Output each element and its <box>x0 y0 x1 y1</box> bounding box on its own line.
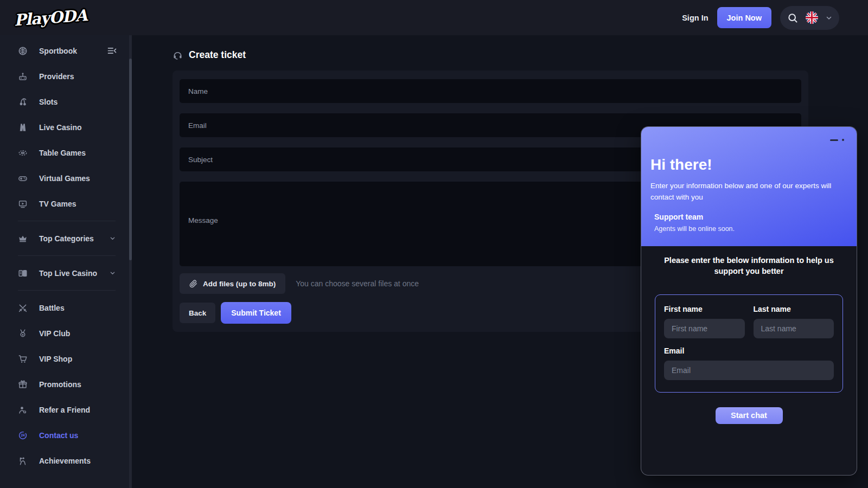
chat-widget-body: Please enter the below information to he… <box>641 246 857 424</box>
last-name-field[interactable] <box>754 319 834 338</box>
chat-description: Enter your information below and one of … <box>650 181 837 203</box>
last-name-label: Last name <box>754 305 834 313</box>
sidebar-item-label: Refer a Friend <box>39 406 90 414</box>
sidebar-collapse-icon[interactable] <box>107 46 117 55</box>
sidebar-item-label: Table Games <box>39 149 86 157</box>
sidebar-item-label: TV Games <box>39 200 76 208</box>
chat-email-field[interactable] <box>664 361 834 380</box>
sidebar-item-providers[interactable]: Providers <box>0 63 132 89</box>
chat-team-name: Support team <box>654 213 845 221</box>
add-files-label: Add files (up to 8mb) <box>203 280 276 288</box>
sidebar-item-label: VIP Club <box>39 329 70 338</box>
providers-box-icon <box>18 72 28 81</box>
sidebar-item-live-casino[interactable]: Live Casino <box>0 114 132 140</box>
sidebar-scrollbar[interactable] <box>129 35 132 488</box>
paperclip-icon <box>189 280 197 288</box>
sidebar-item-label: Top Live Casino <box>39 269 97 278</box>
tv-play-icon <box>18 199 28 209</box>
search-icon[interactable] <box>787 12 798 23</box>
chat-name-row: First name Last name <box>664 305 834 338</box>
back-button[interactable]: Back <box>180 303 215 323</box>
sidebar-item-refer-a-friend[interactable]: Refer a Friend <box>0 397 132 422</box>
sidebar-item-label: Contact us <box>39 431 78 440</box>
chat-email-label: Email <box>664 346 834 355</box>
sidebar-item-tv-games[interactable]: TV Games <box>0 191 132 216</box>
sidebar-item-label: Battles <box>39 304 65 312</box>
poker-table-icon <box>18 148 28 158</box>
page-title-row: Create ticket <box>173 49 246 61</box>
crossed-swords-icon <box>18 303 28 313</box>
sidebar-item-slots[interactable]: Slots <box>0 89 132 114</box>
sidebar-item-sportbook[interactable]: Sportbook <box>0 38 132 63</box>
start-chat-button[interactable]: Start chat <box>716 407 783 424</box>
basketball-icon <box>18 46 28 56</box>
sidebar-item-label: Top Categories <box>39 234 94 243</box>
24-badge-text: 24 <box>21 433 25 437</box>
sidebar-item-label: VIP Shop <box>39 355 72 363</box>
page-title: Create ticket <box>189 49 246 61</box>
sidebar-item-vip-club[interactable]: VIP Club <box>0 320 132 346</box>
chat-team-block: Support team Agents will be online soon. <box>650 213 845 233</box>
24-hours-icon: 24 <box>18 431 28 440</box>
chat-form-box: First name Last name Email <box>655 294 843 393</box>
sidebar-item-table-games[interactable]: Table Games <box>0 140 132 165</box>
sidebar-divider <box>18 255 116 256</box>
sidebar-item-label: Promotions <box>39 380 81 389</box>
sidebar-item-top-categories[interactable]: Top Categories <box>0 226 132 251</box>
medal-icon <box>18 329 28 338</box>
chat-widget: Hi there! Enter your information below a… <box>641 126 857 476</box>
cherries-icon <box>18 97 28 107</box>
sidebar-scrollbar-thumb[interactable] <box>129 59 132 260</box>
sidebar-item-label: Slots <box>39 98 58 106</box>
files-hint: You can choose several files at once <box>296 279 419 288</box>
first-name-field[interactable] <box>664 319 745 338</box>
header-actions: Sign In Join Now <box>682 6 839 30</box>
sidebar-item-promotions[interactable]: Promotions <box>0 371 132 397</box>
chat-greeting: Hi there! <box>650 156 845 174</box>
gamepad-icon <box>18 174 28 183</box>
headset-icon <box>173 50 183 60</box>
logo[interactable]: PlayODA <box>9 6 87 30</box>
add-files-button[interactable]: Add files (up to 8mb) <box>180 273 285 294</box>
minimize-icon[interactable] <box>830 139 838 141</box>
join-now-button[interactable]: Join Now <box>717 7 771 28</box>
sign-in-link[interactable]: Sign In <box>682 14 708 22</box>
chat-widget-header: Hi there! Enter your information below a… <box>641 127 857 246</box>
sidebar-divider <box>18 221 116 221</box>
refer-friend-icon <box>18 405 28 415</box>
casino-cards-icon <box>18 268 28 278</box>
widget-menu-dot-icon[interactable] <box>842 139 844 141</box>
sidebar-item-vip-shop[interactable]: VIP Shop <box>0 346 132 371</box>
sidebar: Sportbook Providers Slots <box>0 35 132 488</box>
chat-email-row: Email <box>664 346 834 380</box>
sidebar-item-label: Sportbook <box>39 47 77 55</box>
sidebar-divider <box>18 290 116 291</box>
sidebar-item-label: Achievements <box>39 457 91 465</box>
chat-widget-controls <box>830 139 844 141</box>
top-header: PlayODA Sign In Join Now <box>0 0 868 35</box>
sidebar-item-label: Live Casino <box>39 123 82 132</box>
sidebar-item-contact-us[interactable]: 24 Contact us <box>0 422 132 448</box>
sidebar-item-battles[interactable]: Battles <box>0 295 132 320</box>
gift-icon <box>18 380 28 389</box>
sidebar-item-achievements[interactable]: Achievements <box>0 448 132 473</box>
first-name-label: First name <box>664 305 745 313</box>
chat-team-status: Agents will be online soon. <box>654 225 845 233</box>
shopping-cart-icon <box>18 354 28 364</box>
uk-flag-icon[interactable] <box>806 11 818 24</box>
sidebar-item-label: Virtual Games <box>39 174 90 183</box>
dealer-vest-icon <box>18 123 28 132</box>
submit-ticket-button[interactable]: Submit Ticket <box>221 302 291 324</box>
language-chevron-down-icon[interactable] <box>826 15 832 21</box>
chevron-down-icon[interactable] <box>110 270 116 276</box>
achievement-badge-icon <box>18 456 28 466</box>
sidebar-item-virtual-games[interactable]: Virtual Games <box>0 165 132 191</box>
sidebar-item-top-live-casino[interactable]: Top Live Casino <box>0 260 132 286</box>
chevron-down-icon[interactable] <box>110 235 116 241</box>
name-input[interactable] <box>180 79 801 103</box>
chat-form-title: Please enter the below information to he… <box>660 255 839 277</box>
sidebar-item-label: Providers <box>39 72 74 81</box>
crown-icon <box>18 234 28 243</box>
header-utility-pill <box>780 6 839 30</box>
